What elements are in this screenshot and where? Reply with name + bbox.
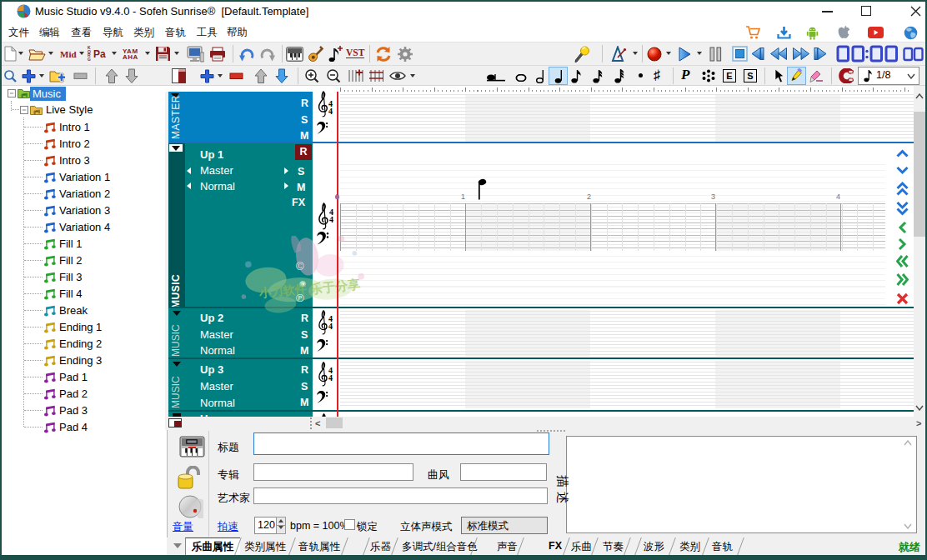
svg-text:乐于分享: 乐于分享 <box>308 277 361 296</box>
